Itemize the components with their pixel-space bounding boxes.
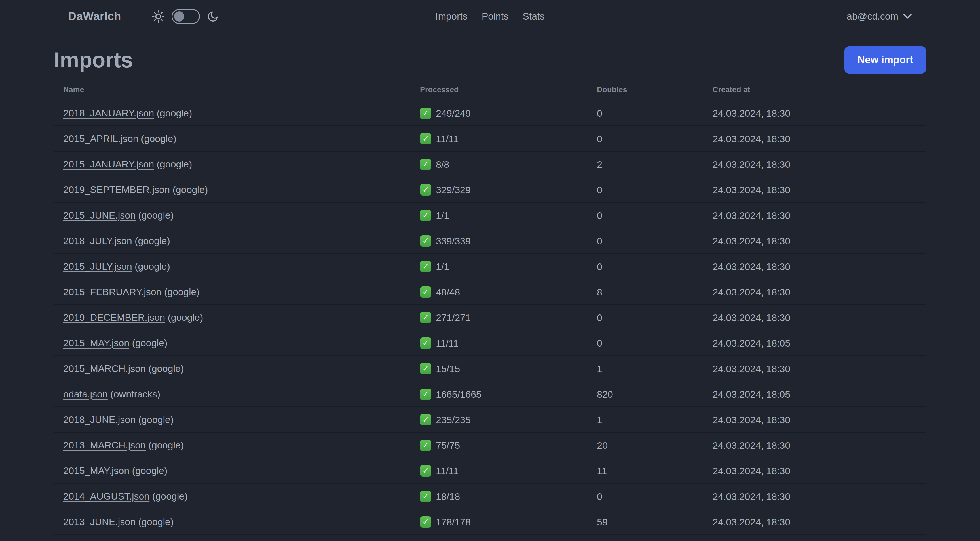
import-file-link[interactable]: 2015_MARCH.json xyxy=(63,363,146,374)
nav-link-points[interactable]: Points xyxy=(482,11,509,22)
imports-table: Name Processed Doubles Created at 2018_J… xyxy=(54,81,926,541)
import-file-link[interactable]: 2015_MAY.json xyxy=(63,465,129,476)
created-at-cell: 24.03.2024, 18:30 xyxy=(703,151,926,177)
table-row: 2015_MAY.json (google) 11/11 0 24.03.202… xyxy=(54,330,926,356)
import-file-link[interactable]: 2018_JUNE.json xyxy=(63,414,135,425)
table-body: 2018_JANUARY.json (google) 249/249 0 24.… xyxy=(54,100,926,541)
table-row: 2015_FEBRUARY.json (google) 48/48 8 24.0… xyxy=(54,279,926,305)
doubles-cell: 0 xyxy=(587,305,703,330)
processed-cell: 8/8 xyxy=(410,151,587,177)
doubles-cell: 0 xyxy=(587,228,703,254)
name-cell: 2015_JUNE.json (google) xyxy=(54,203,410,228)
import-source: (google) xyxy=(138,210,174,220)
import-file-link[interactable]: 2015_APRIL.json xyxy=(63,133,138,144)
processed-cell: 1665/1665 xyxy=(410,381,587,407)
doubles-count: 1 xyxy=(597,363,602,374)
name-cell: 2015_APRIL.json (google) xyxy=(54,126,410,151)
created-at-value: 24.03.2024, 18:30 xyxy=(713,236,790,246)
nav-link-stats[interactable]: Stats xyxy=(523,11,544,22)
theme-toggle xyxy=(152,9,219,24)
doubles-count: 59 xyxy=(597,517,608,527)
processed-count: 1/1 xyxy=(436,210,449,221)
name-cell: 2018_JANUARY.json (google) xyxy=(54,100,410,126)
doubles-count: 0 xyxy=(597,491,602,502)
created-at-cell: 24.03.2024, 18:30 xyxy=(703,305,926,330)
table-row: 2018_JANUARY.json (google) 249/249 0 24.… xyxy=(54,100,926,126)
created-at-cell xyxy=(703,535,926,541)
import-source: (google) xyxy=(141,133,177,144)
processed-count: 15/15 xyxy=(436,363,460,374)
processed-count: 11/11 xyxy=(436,338,458,349)
import-file-link[interactable]: 2015_FEBRUARY.json xyxy=(63,286,162,297)
import-file-link[interactable]: odata.json xyxy=(63,389,108,399)
check-icon xyxy=(420,389,431,400)
processed-count: 75/75 xyxy=(436,440,460,451)
table-row: 2018_JULY.json (google) 339/339 0 24.03.… xyxy=(54,228,926,254)
import-source: (google) xyxy=(157,108,192,118)
page-head: Imports New import xyxy=(54,46,926,73)
table-row: 2013_JUNE.json (google) 178/178 59 24.03… xyxy=(54,509,926,535)
import-file-link[interactable]: 2015_JULY.json xyxy=(63,261,132,271)
name-cell: 2018_JULY.json (google) xyxy=(54,228,410,254)
created-at-cell: 24.03.2024, 18:30 xyxy=(703,203,926,228)
name-cell: odata.json (owntracks) xyxy=(54,381,410,407)
import-file-link[interactable]: 2014_AUGUST.json xyxy=(63,491,150,501)
doubles-count: 0 xyxy=(597,338,602,349)
import-file-link[interactable]: 2013_JUNE.json xyxy=(63,516,135,527)
processed-count: 48/48 xyxy=(436,287,460,297)
import-file-link[interactable]: 2019_DECEMBER.json xyxy=(63,312,165,323)
table-row xyxy=(54,535,926,541)
import-file-link[interactable]: 2013_MARCH.json xyxy=(63,440,146,450)
doubles-count: 0 xyxy=(597,210,602,221)
created-at-cell: 24.03.2024, 18:30 xyxy=(703,126,926,151)
table-row: 2014_AUGUST.json (google) 18/18 0 24.03.… xyxy=(54,484,926,509)
created-at-cell: 24.03.2024, 18:05 xyxy=(703,330,926,356)
doubles-cell xyxy=(587,535,703,541)
processed-cell: 339/339 xyxy=(410,228,587,254)
import-file-link[interactable]: 2018_JULY.json xyxy=(63,235,132,246)
created-at-cell: 24.03.2024, 18:30 xyxy=(703,432,926,458)
user-menu[interactable]: ab@cd.com xyxy=(847,11,912,22)
import-file-link[interactable]: 2019_SEPTEMBER.json xyxy=(63,184,170,195)
name-cell: 2019_DECEMBER.json (google) xyxy=(54,305,410,330)
processed-cell: 235/235 xyxy=(410,407,587,432)
processed-cell: 75/75 xyxy=(410,432,587,458)
import-file-link[interactable]: 2015_JUNE.json xyxy=(63,210,135,220)
navbar-left: DaWarIch xyxy=(68,9,219,24)
processed-count: 18/18 xyxy=(436,491,460,502)
moon-icon xyxy=(207,10,219,23)
processed-cell: 1/1 xyxy=(410,203,587,228)
processed-cell: 11/11 xyxy=(410,126,587,151)
import-source: (google) xyxy=(138,516,174,527)
created-at-cell: 24.03.2024, 18:30 xyxy=(703,458,926,484)
doubles-cell: 0 xyxy=(587,330,703,356)
doubles-cell: 1 xyxy=(587,407,703,432)
import-source: (google) xyxy=(132,337,168,348)
created-at-value: 24.03.2024, 18:05 xyxy=(713,389,790,400)
created-at-value: 24.03.2024, 18:30 xyxy=(713,414,790,425)
check-icon xyxy=(420,210,431,221)
doubles-count: 0 xyxy=(597,185,602,195)
theme-toggle-switch[interactable] xyxy=(172,9,200,24)
doubles-cell: 0 xyxy=(587,177,703,203)
column-header-name: Name xyxy=(54,81,410,100)
import-file-link[interactable]: 2015_MAY.json xyxy=(63,337,129,348)
new-import-button[interactable]: New import xyxy=(845,46,926,73)
created-at-cell: 24.03.2024, 18:30 xyxy=(703,254,926,279)
table-row: 2015_JANUARY.json (google) 8/8 2 24.03.2… xyxy=(54,151,926,177)
check-icon xyxy=(420,235,431,247)
theme-toggle-knob xyxy=(174,11,184,22)
table-row: odata.json (owntracks) 1665/1665 820 24.… xyxy=(54,381,926,407)
nav-link-imports[interactable]: Imports xyxy=(435,11,467,22)
import-file-link[interactable]: 2018_JANUARY.json xyxy=(63,108,154,118)
column-header-doubles: Doubles xyxy=(587,81,703,100)
import-file-link[interactable]: 2015_JANUARY.json xyxy=(63,159,154,169)
doubles-count: 0 xyxy=(597,312,602,323)
import-source: (google) xyxy=(157,159,192,169)
check-icon xyxy=(420,286,431,298)
app-logo[interactable]: DaWarIch xyxy=(68,10,121,23)
doubles-count: 2 xyxy=(597,159,602,170)
table-row: 2015_JULY.json (google) 1/1 0 24.03.2024… xyxy=(54,254,926,279)
check-icon xyxy=(420,465,431,477)
table-row: 2013_MARCH.json (google) 75/75 20 24.03.… xyxy=(54,432,926,458)
